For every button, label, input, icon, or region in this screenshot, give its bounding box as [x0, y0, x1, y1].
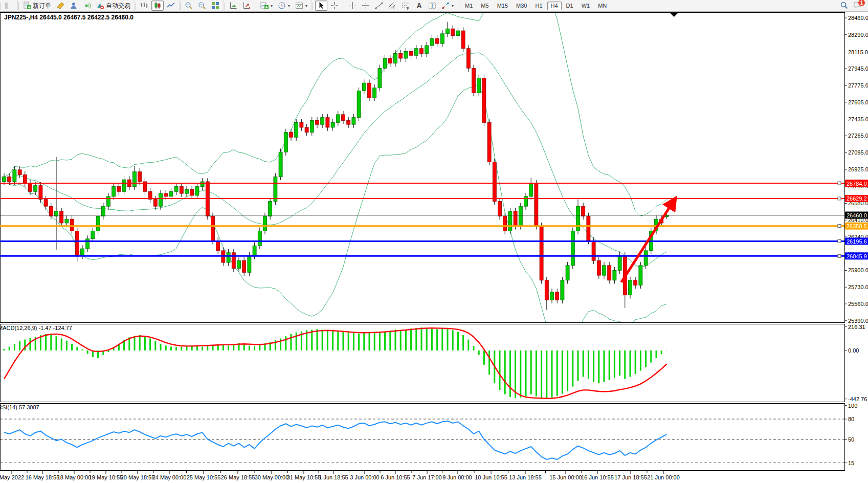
tf-h4-button[interactable]: H4: [547, 2, 562, 10]
candle: [248, 256, 251, 273]
cursor-icon: [317, 2, 325, 10]
candle: [23, 174, 27, 183]
rsi-panel[interactable]: [1, 404, 845, 471]
candle: [86, 239, 90, 249]
candle: [263, 216, 267, 231]
candle: [326, 118, 329, 127]
chart-area[interactable]: 28460.028290.028115.027945.027775.027605…: [0, 0, 868, 483]
candle: [331, 122, 335, 127]
macd-panel[interactable]: [1, 324, 845, 402]
template-button[interactable]: ▾: [293, 1, 309, 11]
fibonacci-icon: F: [402, 2, 410, 10]
clock-icon: [278, 2, 286, 10]
chart-shift-button[interactable]: [240, 1, 253, 11]
candle: [310, 120, 314, 132]
vline-icon: [348, 2, 357, 10]
tf-d1-button[interactable]: D1: [563, 2, 577, 10]
text-label-button[interactable]: T: [426, 1, 438, 11]
zoom-in-button[interactable]: [183, 1, 195, 11]
chevron-down-icon: ▾: [452, 4, 454, 8]
tf-m1-button[interactable]: M1: [461, 2, 476, 10]
tile-windows-button[interactable]: [209, 1, 221, 11]
line-handle[interactable]: [838, 182, 841, 185]
candle: [514, 211, 517, 226]
tf-m30-button[interactable]: M30: [513, 2, 530, 10]
new-order-button[interactable]: 新订单: [21, 1, 53, 11]
candle: [566, 266, 569, 280]
candle: [29, 184, 32, 191]
zoom-out-button[interactable]: [196, 1, 208, 11]
candle: [466, 49, 470, 69]
clipped-icon-button[interactable]: [3, 1, 15, 11]
time-axis-label: 31 May 10:55: [287, 474, 321, 480]
vertical-line-button[interactable]: [346, 1, 359, 11]
auto-trade-icon: [96, 2, 104, 10]
candle: [159, 193, 163, 206]
time-axis-label: 26 May 18:55: [221, 474, 255, 480]
candle: [618, 256, 621, 271]
horizontal-line-button[interactable]: [360, 1, 372, 11]
tf-m15-button[interactable]: M15: [494, 2, 511, 10]
crosshair-button[interactable]: [328, 1, 341, 11]
channel-button[interactable]: E: [386, 1, 398, 11]
candle: [545, 280, 548, 300]
tf-w1-button[interactable]: W1: [578, 2, 594, 10]
candle: [634, 280, 637, 286]
candle: [639, 266, 642, 286]
macd-axis: 216.310.00-442.76: [845, 324, 867, 402]
time-axis-label: 13 Jun 18:55: [509, 474, 542, 480]
tf-m1-button-label: M1: [465, 3, 473, 9]
line-chart-button[interactable]: [165, 1, 177, 11]
auto-scroll-button[interactable]: [227, 1, 239, 11]
time-axis-label: 25 May 10:55: [187, 474, 221, 480]
candle: [44, 200, 48, 206]
candle: [561, 280, 564, 300]
channel-icon: E: [388, 2, 396, 10]
bar-chart-button[interactable]: [138, 1, 150, 11]
tf-m5-button[interactable]: M5: [477, 2, 492, 10]
signals-button[interactable]: [81, 1, 93, 11]
indicators-button[interactable]: ▾: [258, 1, 275, 11]
candle: [284, 133, 287, 152]
candle: [576, 206, 580, 231]
trendline-button[interactable]: [373, 1, 385, 11]
cursor-button[interactable]: [315, 1, 327, 11]
text-button[interactable]: A: [413, 1, 425, 11]
candle: [237, 260, 241, 268]
chevron-down-icon: ▾: [271, 4, 273, 8]
chevron-down-icon: ▾: [288, 4, 290, 8]
chart-title: JPN225-,H4 26445.0 26467.5 26422.5 26460…: [4, 14, 133, 21]
tf-h1-button[interactable]: H1: [531, 2, 546, 10]
auto-trading-button[interactable]: 自动交易: [94, 1, 132, 11]
profile-button[interactable]: [68, 1, 80, 11]
macd-axis-label: 216.31: [848, 324, 865, 330]
price-panel[interactable]: [1, 13, 845, 323]
time-axis[interactable]: May 202216 May 18:5518 May 00:0019 May 1…: [0, 471, 680, 481]
candle: [404, 52, 408, 58]
candle: [336, 115, 340, 122]
line-handle[interactable]: [838, 254, 841, 257]
line-handle[interactable]: [838, 197, 841, 200]
line-handle[interactable]: [838, 225, 841, 228]
tf-mn-button[interactable]: MN: [594, 2, 610, 10]
fibonacci-button[interactable]: F: [399, 1, 412, 11]
candle: [81, 249, 84, 255]
metaeditor-button[interactable]: [54, 1, 66, 11]
toolbar-group-insert: ▾▾▾: [255, 0, 311, 12]
candle: [279, 152, 282, 177]
candle: [362, 83, 366, 91]
arrows-button[interactable]: ▾: [439, 1, 456, 11]
candle: [3, 177, 6, 182]
candle: [597, 260, 600, 275]
price-tick-label: 28460.0: [848, 15, 868, 21]
candle: [122, 180, 126, 191]
time-axis-label: 20 May 18:55: [121, 474, 155, 480]
time-axis-label: 6 Jun 10:55: [381, 474, 410, 480]
line-handle[interactable]: [838, 239, 841, 243]
periods-button[interactable]: ▾: [276, 1, 292, 11]
auto-trading-button-label: 自动交易: [106, 2, 130, 10]
notifications-button[interactable]: 1: [851, 1, 863, 11]
candle-chart-button[interactable]: [151, 1, 164, 11]
candle: [498, 202, 502, 216]
search-button[interactable]: [838, 1, 850, 11]
